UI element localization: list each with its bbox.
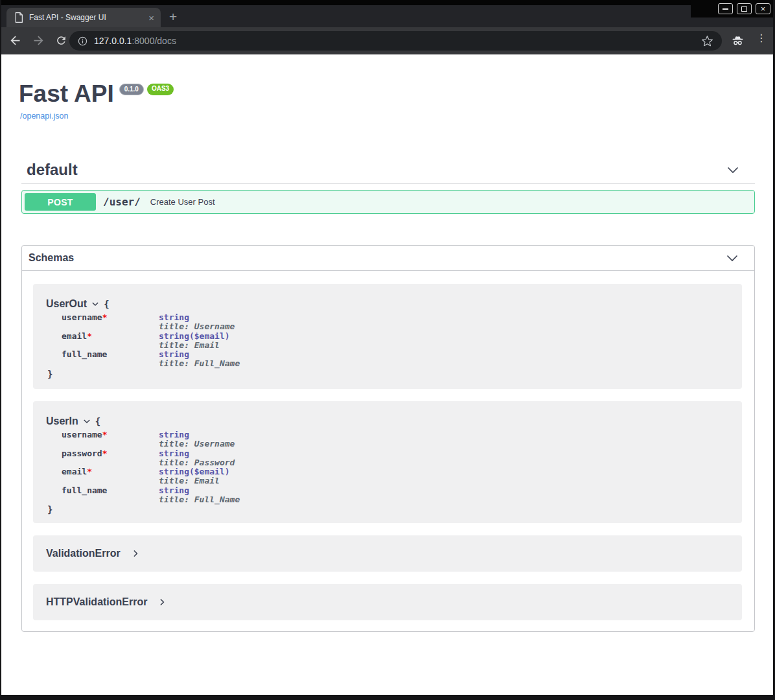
address-bar[interactable]: 127.0.0.1:8000/docs bbox=[69, 31, 722, 51]
model-name: UserOut bbox=[46, 298, 87, 310]
minimize-icon bbox=[723, 8, 728, 10]
window-controls: × bbox=[718, 3, 770, 14]
back-button[interactable] bbox=[8, 34, 22, 47]
schema-property: password* string title: Password bbox=[62, 449, 742, 468]
page-file-icon bbox=[14, 12, 23, 23]
property-title: title: Email bbox=[159, 476, 230, 485]
property-type: string bbox=[159, 486, 240, 495]
url-path: :8000/docs bbox=[132, 36, 176, 46]
window-maximize-button[interactable] bbox=[737, 3, 752, 14]
operation-path: /user/ bbox=[103, 196, 141, 208]
property-title: title: Email bbox=[159, 341, 230, 350]
reload-button[interactable] bbox=[55, 34, 67, 47]
model-userin: UserIn { username* string title: Usernam… bbox=[33, 401, 742, 523]
api-title: Fast API bbox=[19, 82, 114, 106]
required-star: * bbox=[102, 312, 108, 322]
openapi-spec-link[interactable]: /openapi.json bbox=[20, 111, 68, 121]
new-tab-button[interactable]: + bbox=[169, 10, 177, 23]
model-userin-toggle[interactable]: UserIn { bbox=[46, 415, 742, 427]
browser-chrome: Fast API - Swagger UI × + × 127.0.0.1: bbox=[0, 0, 775, 54]
tag-name: default bbox=[27, 161, 78, 179]
site-info-icon[interactable] bbox=[77, 36, 88, 47]
incognito-icon bbox=[730, 33, 745, 48]
schema-property: email* string($email) title: Email bbox=[62, 467, 742, 486]
required-star: * bbox=[87, 467, 92, 476]
http-method-badge: POST bbox=[25, 193, 96, 211]
version-badge: 0.1.0 bbox=[119, 84, 144, 95]
schema-property: full_name string title: Full_Name bbox=[62, 486, 742, 505]
property-title: title: Password bbox=[159, 458, 235, 467]
schemas-title: Schemas bbox=[29, 252, 74, 264]
property-title: title: Full_Name bbox=[159, 359, 240, 368]
model-properties: username* string title: Username email* … bbox=[62, 313, 742, 369]
browser-tab[interactable]: Fast API - Swagger UI × bbox=[6, 8, 161, 27]
api-badges: 0.1.0 OAS3 bbox=[119, 84, 174, 95]
schema-property: full_name string title: Full_Name bbox=[62, 350, 742, 369]
required-star: * bbox=[87, 331, 92, 341]
chevron-right-icon[interactable] bbox=[132, 549, 139, 558]
chevron-right-icon[interactable] bbox=[158, 598, 166, 607]
schema-property: email* string($email) title: Email bbox=[62, 332, 742, 351]
property-title: title: Full_Name bbox=[159, 495, 240, 504]
chevron-down-icon[interactable] bbox=[83, 417, 91, 425]
window-close-button[interactable]: × bbox=[756, 3, 770, 14]
tab-title: Fast API - Swagger UI bbox=[29, 13, 145, 22]
schemas-section: Schemas UserOut { username* bbox=[21, 245, 755, 632]
required-star: * bbox=[102, 430, 108, 439]
url-text: 127.0.0.1:8000/docs bbox=[94, 36, 176, 46]
property-title: title: Username bbox=[159, 439, 235, 449]
property-name: full_name bbox=[62, 349, 107, 359]
model-name: ValidationError bbox=[46, 548, 121, 559]
url-host: 127.0.0.1 bbox=[94, 36, 132, 46]
schema-property: username* string title: Username bbox=[62, 313, 742, 332]
brace-open: { bbox=[104, 299, 109, 309]
schemas-body: UserOut { username* string title: Userna… bbox=[22, 271, 754, 633]
model-validationerror[interactable]: ValidationError bbox=[33, 535, 742, 572]
property-name: username bbox=[62, 312, 102, 322]
model-httpvalidationerror[interactable]: HTTPValidationError bbox=[33, 584, 742, 620]
chevron-down-icon[interactable] bbox=[726, 163, 739, 176]
property-name: email bbox=[62, 331, 87, 341]
schemas-header[interactable]: Schemas bbox=[22, 246, 754, 271]
property-name: full_name bbox=[62, 485, 107, 495]
model-name: HTTPValidationError bbox=[46, 596, 147, 608]
property-name: username bbox=[62, 430, 102, 439]
model-properties: username* string title: Username passwor… bbox=[62, 430, 742, 504]
maximize-icon bbox=[741, 6, 747, 12]
operation-summary: Create User Post bbox=[150, 197, 215, 207]
property-type: string($email) bbox=[159, 467, 230, 476]
property-title: title: Username bbox=[159, 322, 235, 331]
brace-close: } bbox=[47, 369, 742, 379]
chevron-down-icon[interactable] bbox=[726, 251, 739, 264]
tab-close-icon[interactable]: × bbox=[148, 13, 154, 23]
brace-close: } bbox=[47, 504, 742, 515]
property-type: string bbox=[159, 449, 235, 458]
property-name: email bbox=[62, 467, 87, 476]
window-titlebar bbox=[0, 0, 775, 5]
property-name: password bbox=[62, 449, 102, 458]
property-type: string bbox=[159, 313, 235, 322]
operation-post-user[interactable]: POST /user/ Create User Post bbox=[21, 190, 755, 214]
model-name: UserIn bbox=[46, 415, 78, 427]
model-userout-toggle[interactable]: UserOut { bbox=[46, 298, 742, 310]
model-userout: UserOut { username* string title: Userna… bbox=[33, 284, 742, 389]
brace-open: { bbox=[95, 416, 100, 426]
property-type: string($email) bbox=[159, 332, 230, 341]
swagger-page: Fast API 0.1.0 OAS3 /openapi.json defaul… bbox=[1, 54, 773, 695]
oas3-badge: OAS3 bbox=[147, 84, 174, 95]
forward-button[interactable] bbox=[32, 34, 45, 47]
property-type: string bbox=[159, 430, 235, 439]
bookmark-star-icon[interactable] bbox=[701, 35, 713, 47]
browser-toolbar: 127.0.0.1:8000/docs ⋮ bbox=[0, 27, 775, 54]
api-info: Fast API 0.1.0 OAS3 bbox=[19, 82, 174, 106]
schema-property: username* string title: Username bbox=[62, 430, 742, 449]
required-star: * bbox=[102, 449, 108, 458]
chevron-down-icon[interactable] bbox=[91, 300, 99, 308]
tag-section-default[interactable]: default bbox=[21, 156, 755, 184]
browser-menu-icon[interactable]: ⋮ bbox=[756, 33, 763, 44]
window-minimize-button[interactable] bbox=[718, 3, 733, 14]
property-type: string bbox=[159, 350, 240, 359]
